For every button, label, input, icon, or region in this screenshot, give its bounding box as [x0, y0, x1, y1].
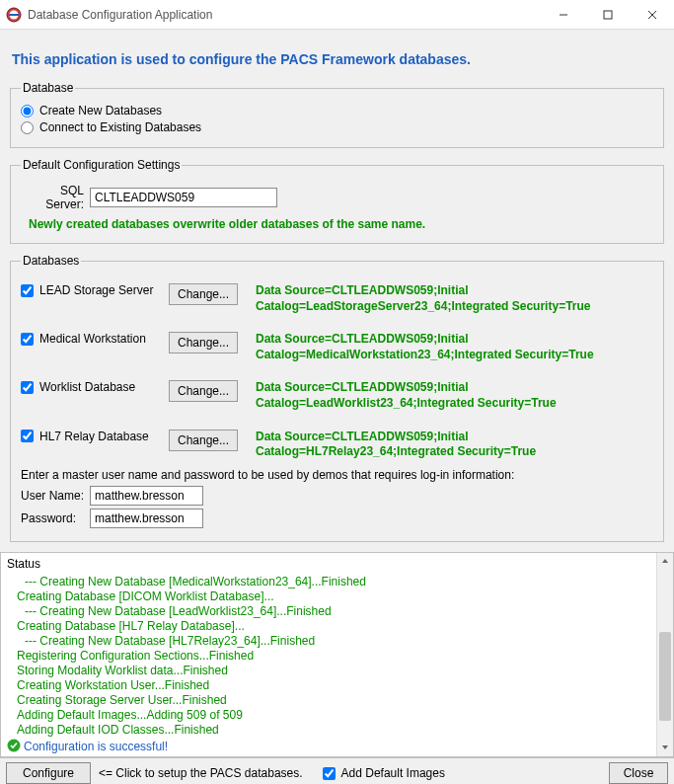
status-log-line: --- Creating New Database [HL7Relay23_64… [25, 634, 650, 648]
change-button[interactable]: Change... [169, 430, 238, 451]
status-log-line: Adding Default Images...Adding 509 of 50… [17, 708, 650, 722]
database-checkbox[interactable] [21, 333, 34, 346]
sql-server-label: SQL Server: [21, 184, 90, 211]
database-checkbox[interactable] [21, 430, 34, 442]
database-row: Medical WorkstationChange...Data Source=… [21, 332, 653, 362]
connection-string: Data Source=CLTLEADDWS059;Initial Catalo… [256, 283, 653, 314]
database-label[interactable]: LEAD Storage Server [39, 283, 153, 297]
success-icon [7, 739, 21, 755]
status-log-line: Creating Workstation User...Finished [17, 678, 650, 692]
close-window-button[interactable] [630, 0, 674, 30]
connect-radio-label[interactable]: Connect to Existing Databases [39, 120, 201, 134]
database-legend: Database [21, 81, 75, 95]
titlebar-title: Database Configuration Application [28, 8, 541, 22]
status-panel: Status --- Creating New Database [Medica… [0, 552, 674, 757]
maximize-button[interactable] [585, 0, 630, 30]
defaults-legend: Default Configuration Settings [21, 158, 182, 172]
titlebar: Database Configuration Application [0, 0, 674, 30]
change-button[interactable]: Change... [169, 283, 238, 305]
status-log-line: --- Creating New Database [LeadWorklist2… [25, 604, 650, 618]
configure-hint: <= Click to setup the PACS databases. [99, 766, 303, 780]
status-log-line: Creating Database [DICOM Worklist Databa… [17, 589, 650, 603]
configure-button[interactable]: Configure [6, 762, 91, 784]
connect-radio[interactable] [21, 121, 34, 134]
sql-server-input[interactable] [90, 188, 277, 207]
status-scrollbar[interactable] [656, 553, 673, 756]
status-legend: Status [7, 557, 650, 571]
status-log-line: Creating Storage Server User...Finished [17, 693, 650, 707]
status-log-line: Adding Default IOD Classes...Finished [17, 723, 650, 737]
defaults-group: Default Configuration Settings SQL Serve… [10, 158, 664, 244]
database-label[interactable]: Worklist Database [39, 380, 135, 394]
status-log-line: --- Creating New Database [MedicalWorkst… [25, 575, 650, 588]
scroll-down-icon[interactable] [657, 740, 673, 756]
scroll-up-icon[interactable] [657, 553, 673, 570]
add-default-images-label[interactable]: Add Default Images [341, 766, 445, 780]
change-button[interactable]: Change... [169, 332, 238, 353]
create-radio[interactable] [21, 105, 34, 118]
master-note: Enter a master user name and password to… [21, 468, 653, 482]
app-icon [6, 7, 22, 23]
minimize-button[interactable] [541, 0, 585, 30]
connection-string: Data Source=CLTLEADDWS059;Initial Catalo… [256, 332, 653, 362]
overwrite-note: Newly created databases overwrite older … [29, 217, 653, 231]
database-checkbox[interactable] [21, 381, 34, 394]
bottom-bar: Configure <= Click to setup the PACS dat… [0, 757, 674, 784]
svg-rect-4 [604, 11, 612, 19]
database-row: HL7 Relay DatabaseChange...Data Source=C… [21, 430, 653, 460]
status-log-line: Storing Modality Worklist data...Finishe… [17, 664, 650, 677]
database-group: Database Create New Databases Connect to… [10, 81, 664, 148]
database-label[interactable]: HL7 Relay Database [39, 430, 149, 443]
database-checkbox[interactable] [21, 284, 34, 297]
databases-group: Databases LEAD Storage ServerChange...Da… [10, 254, 664, 542]
database-row: Worklist DatabaseChange...Data Source=CL… [21, 380, 653, 411]
change-button[interactable]: Change... [169, 380, 238, 402]
database-label[interactable]: Medical Workstation [39, 332, 146, 346]
password-label: Password: [21, 511, 90, 525]
create-radio-label[interactable]: Create New Databases [39, 104, 162, 118]
status-log-line: Creating Database [HL7 Relay Database]..… [17, 619, 650, 633]
connection-string: Data Source=CLTLEADDWS059;Initial Catalo… [256, 430, 653, 460]
close-button[interactable]: Close [609, 762, 668, 784]
username-label: User Name: [21, 489, 90, 503]
svg-rect-2 [9, 14, 19, 16]
username-input[interactable] [90, 486, 203, 506]
success-text: Configuration is successful! [24, 740, 168, 753]
database-row: LEAD Storage ServerChange...Data Source=… [21, 283, 653, 314]
status-log-line: Registering Configuration Sections...Fin… [17, 649, 650, 663]
add-default-images-checkbox[interactable] [323, 767, 336, 780]
databases-legend: Databases [21, 254, 81, 268]
password-input[interactable] [90, 509, 203, 528]
intro-text: This application is used to configure th… [10, 39, 664, 81]
connection-string: Data Source=CLTLEADDWS059;Initial Catalo… [256, 380, 653, 411]
scroll-thumb[interactable] [659, 632, 671, 721]
